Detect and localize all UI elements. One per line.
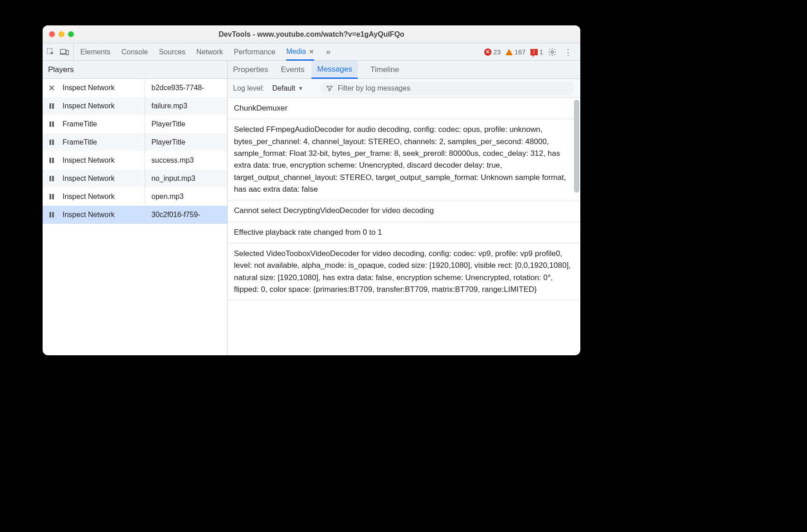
player-title: PlayerTitle [145, 138, 227, 146]
player-frame-title: FrameTitle [61, 115, 145, 133]
log-level-value: Default [272, 84, 296, 92]
player-row[interactable]: FrameTitlePlayerTitle [43, 133, 227, 151]
tab-sources[interactable]: Sources [159, 44, 185, 60]
issue-count-value: 1 [540, 48, 543, 56]
player-frame-title: Inspect Network [61, 188, 145, 206]
panel-tabs: Elements Console Sources Network Perform… [74, 44, 484, 60]
destroyed-icon [43, 85, 61, 91]
player-row[interactable]: Inspect Networkno_input.mp3 [43, 169, 227, 188]
inspect-element-icon[interactable] [46, 48, 55, 57]
filter-bar: Log level: Default ▼ Filter by log messa… [228, 79, 580, 98]
player-row[interactable]: Inspect Network30c2f016-f759- [43, 206, 227, 224]
player-title: no_input.mp3 [145, 174, 227, 183]
svg-rect-1 [60, 49, 66, 53]
player-row[interactable]: Inspect Networksuccess.mp3 [43, 151, 227, 169]
player-frame-title: Inspect Network [61, 169, 145, 188]
pause-icon [43, 175, 61, 182]
subtab-messages[interactable]: Messages [311, 61, 357, 79]
more-tabs-icon[interactable]: » [326, 47, 331, 57]
player-row[interactable]: FrameTitlePlayerTitle [43, 115, 227, 133]
player-row[interactable]: Inspect Networkb2dce935-7748- [43, 79, 227, 97]
svg-rect-15 [49, 176, 51, 181]
error-icon: ✕ [484, 48, 491, 56]
device-toolbar-icon[interactable] [60, 48, 69, 57]
player-title: PlayerTitle [145, 120, 227, 128]
subtab-timeline[interactable]: Timeline [370, 61, 399, 78]
chevron-down-icon: ▼ [298, 85, 303, 92]
main-panel: Properties Events Messages Timeline Log … [228, 61, 580, 355]
pause-icon [43, 157, 61, 164]
svg-rect-11 [49, 140, 51, 145]
svg-rect-7 [49, 103, 51, 109]
player-frame-title: Inspect Network [61, 79, 145, 97]
player-title: success.mp3 [145, 156, 227, 164]
subtab-events[interactable]: Events [281, 61, 304, 78]
error-count-value: 23 [493, 48, 501, 56]
player-frame-title: Inspect Network [61, 97, 145, 115]
log-level-label: Log level: [233, 84, 264, 92]
log-message: Effective playback rate changed from 0 t… [228, 222, 580, 243]
svg-rect-18 [52, 194, 54, 199]
players-sidebar: Players Inspect Networkb2dce935-7748-Ins… [43, 61, 228, 355]
player-row[interactable]: Inspect Networkopen.mp3 [43, 188, 227, 206]
pause-icon [43, 193, 61, 200]
window-minimize[interactable] [58, 31, 64, 37]
window-title: DevTools - www.youtube.com/watch?v=e1gAy… [43, 30, 580, 39]
player-frame-title: Inspect Network [61, 151, 145, 169]
pause-icon [43, 121, 61, 127]
svg-rect-10 [52, 121, 54, 127]
log-message: Cannot select DecryptingVideoDecoder for… [228, 200, 580, 222]
pause-icon [43, 139, 61, 145]
warning-count-value: 167 [515, 48, 526, 56]
player-title: failure.mp3 [145, 102, 227, 110]
svg-rect-3 [66, 50, 68, 55]
more-menu-icon[interactable]: ⋮ [561, 47, 575, 57]
traffic-lights [43, 31, 74, 37]
pause-icon [43, 212, 61, 218]
main-toolbar: Elements Console Sources Network Perform… [43, 44, 580, 61]
error-count[interactable]: ✕ 23 [484, 48, 501, 56]
issue-count[interactable]: ! 1 [530, 48, 543, 56]
player-frame-title: Inspect Network [61, 206, 145, 224]
subtab-properties[interactable]: Properties [233, 61, 268, 78]
messages-list: ChunkDemuxerSelected FFmpegAudioDecoder … [228, 98, 580, 355]
log-level-select[interactable]: Default ▼ [272, 84, 304, 92]
player-list: Inspect Networkb2dce935-7748-Inspect Net… [43, 79, 227, 355]
tab-console[interactable]: Console [122, 44, 148, 60]
player-row[interactable]: Inspect Networkfailure.mp3 [43, 97, 227, 115]
tab-media-label: Media [286, 48, 306, 56]
tab-media[interactable]: Media ✕ [286, 44, 314, 61]
settings-icon[interactable] [548, 48, 557, 57]
svg-rect-14 [52, 158, 54, 163]
warning-count[interactable]: 167 [506, 48, 526, 56]
sidebar-header: Players [43, 61, 227, 79]
player-frame-title: FrameTitle [61, 133, 145, 151]
issue-icon: ! [530, 49, 538, 55]
filter-input[interactable]: Filter by log messages [320, 82, 575, 95]
player-title: open.mp3 [145, 193, 227, 201]
svg-point-4 [551, 51, 554, 53]
titlebar: DevTools - www.youtube.com/watch?v=e1gAy… [43, 25, 580, 44]
media-subtabs: Properties Events Messages Timeline [228, 61, 580, 79]
tab-network[interactable]: Network [196, 44, 223, 60]
tab-close-icon[interactable]: ✕ [309, 48, 314, 55]
svg-rect-13 [49, 158, 51, 163]
scrollbar-thumb[interactable] [574, 100, 579, 193]
tab-performance[interactable]: Performance [234, 44, 276, 60]
svg-rect-19 [49, 212, 51, 218]
player-title: b2dce935-7748- [145, 84, 227, 92]
tab-elements[interactable]: Elements [80, 44, 111, 60]
log-message: Selected VideoTooboxVideoDecoder for vid… [228, 243, 580, 300]
player-title: 30c2f016-f759- [145, 211, 227, 219]
log-message: ChunkDemuxer [228, 98, 580, 119]
filter-icon [326, 85, 333, 92]
window-zoom[interactable] [68, 31, 74, 37]
pause-icon [43, 103, 61, 109]
svg-rect-12 [52, 140, 54, 145]
filter-placeholder: Filter by log messages [338, 84, 410, 92]
window-close[interactable] [49, 31, 55, 37]
devtools-window: DevTools - www.youtube.com/watch?v=e1gAy… [43, 25, 580, 355]
svg-rect-20 [52, 212, 54, 218]
svg-rect-9 [49, 121, 51, 127]
log-message: Selected FFmpegAudioDecoder for audio de… [228, 119, 580, 200]
